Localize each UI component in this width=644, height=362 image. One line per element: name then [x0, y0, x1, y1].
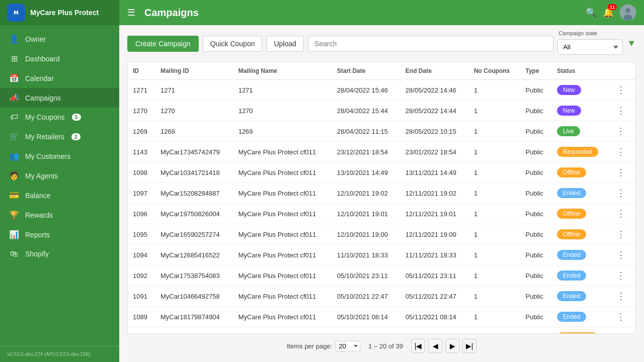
sidebar-item-campaigns[interactable]: 📣Campaigns — [0, 88, 119, 108]
cell-mailing-name: MyCare Plus Protect cf011 — [233, 142, 332, 162]
last-page-button[interactable]: ▶| — [462, 339, 476, 353]
prev-page-button[interactable]: ◀ — [428, 339, 442, 353]
col-header-end-date: End Date — [400, 62, 469, 80]
cell-no-coupons: 1 — [469, 121, 521, 142]
cell-actions[interactable]: ⋮ — [609, 101, 635, 121]
cell-actions[interactable]: ⋮ — [609, 224, 635, 245]
cell-actions[interactable]: ⋮ — [609, 245, 635, 265]
more-options-button[interactable]: ⋮ — [614, 229, 627, 240]
more-options-button[interactable]: ⋮ — [614, 249, 627, 260]
table-row: 1096MyCar19750826004MyCare Plus Protect … — [128, 204, 635, 224]
cell-type: Public — [521, 327, 552, 334]
sidebar-item-my-agents[interactable]: 🧑My Agents — [0, 166, 119, 186]
search-icon[interactable]: 🔍 — [586, 7, 597, 18]
cell-mailing-name: MyCare Plus Protect cf011 — [233, 204, 332, 224]
cell-type: Public — [521, 224, 552, 245]
sidebar-badge-my-coupons: 5 — [72, 114, 81, 121]
cell-status: Requested — [552, 327, 610, 334]
cell-actions[interactable]: ⋮ — [609, 307, 635, 327]
cell-mailing-name: MyCare Plus Protect cf011 — [233, 265, 332, 286]
per-page-select[interactable]: 102050100 — [335, 341, 360, 351]
cell-no-coupons: 1 — [469, 327, 521, 334]
cell-type: Public — [521, 80, 552, 101]
more-options-button[interactable]: ⋮ — [614, 146, 627, 157]
sidebar-item-rewards[interactable]: 🏆Rewards — [0, 205, 119, 225]
cell-actions[interactable]: ⋮ — [609, 142, 635, 162]
sidebar-item-shopify[interactable]: 🛍Shopify — [0, 244, 119, 263]
cell-mailing-id: MyCar15208284887 — [155, 183, 233, 204]
cell-actions[interactable]: ⋮ — [609, 265, 635, 286]
sidebar-item-reports[interactable]: 📊Reports — [0, 225, 119, 244]
cell-end-date: 05/11/2021 22:47 — [400, 286, 469, 307]
cell-id: 1088 — [128, 327, 155, 334]
sidebar-item-calendar[interactable]: 📅Calendar — [0, 68, 119, 88]
more-options-button[interactable]: ⋮ — [614, 291, 627, 302]
notification-badge: 11 — [608, 4, 617, 10]
cell-mailing-name: MyCare Plus Protect cf011 — [233, 162, 332, 183]
more-options-button[interactable]: ⋮ — [614, 126, 627, 137]
notifications-wrapper[interactable]: 🔔 11 — [603, 7, 614, 18]
sidebar-item-my-customers[interactable]: 👥My Customers — [0, 146, 119, 166]
cell-id: 1096 — [128, 204, 155, 224]
sidebar-label-my-customers: My Customers — [25, 152, 70, 160]
sidebar-item-my-retailers[interactable]: 🛒My Retailers2 — [0, 127, 119, 146]
cell-mailing-name: 1270 — [233, 101, 332, 121]
content-area: Create Campaign Quick Coupon Upload Camp… — [119, 25, 644, 362]
col-header-actions — [609, 62, 635, 80]
next-page-button[interactable]: ▶ — [445, 339, 459, 353]
cell-status: Offline — [552, 162, 610, 183]
more-options-button[interactable]: ⋮ — [614, 188, 627, 199]
user-avatar[interactable] — [620, 5, 636, 21]
status-badge: Live — [557, 126, 580, 136]
status-badge: New — [557, 106, 581, 116]
upload-button[interactable]: Upload — [266, 36, 303, 52]
status-badge: Ended — [557, 250, 587, 260]
campaign-state-select[interactable]: AllNewLiveEndedOfflineRequested — [557, 39, 623, 55]
menu-icon[interactable]: ☰ — [127, 7, 135, 18]
cell-start-date: 23/12/2021 18:54 — [332, 142, 400, 162]
sidebar-item-balance[interactable]: 💳Balance — [0, 186, 119, 205]
cell-status: Ended — [552, 307, 610, 327]
campaigns-table: IDMailing IDMailing NameStart DateEnd Da… — [128, 62, 635, 334]
cell-end-date: 28/05/2022 14:44 — [400, 101, 469, 121]
more-options-button[interactable]: ⋮ — [614, 105, 627, 116]
table-row: 1097MyCar15208284887MyCare Plus Protect … — [128, 183, 635, 204]
status-badge: Requested — [557, 147, 598, 157]
cell-no-coupons: 1 — [469, 224, 521, 245]
cell-status: Offline — [552, 224, 610, 245]
cell-mailing-id: MyCar17118063137 — [155, 327, 233, 334]
cell-id: 1098 — [128, 162, 155, 183]
sidebar-nav: 👤Owner⊞Dashboard📅Calendar📣Campaigns🏷My C… — [0, 25, 119, 346]
cell-actions[interactable]: ⋮ — [609, 80, 635, 101]
cell-end-date: 05/11/2021 23:11 — [400, 265, 469, 286]
sidebar-item-dashboard[interactable]: ⊞Dashboard — [0, 49, 119, 68]
create-campaign-button[interactable]: Create Campaign — [127, 36, 199, 52]
more-options-button[interactable]: ⋮ — [614, 311, 627, 322]
sidebar-item-my-coupons[interactable]: 🏷My Coupons5 — [0, 108, 119, 127]
cell-type: Public — [521, 121, 552, 142]
app-logo — [7, 4, 25, 22]
filter-icon[interactable]: ▼ — [627, 38, 636, 49]
cell-actions[interactable]: ⋮ — [609, 327, 635, 334]
more-options-button[interactable]: ⋮ — [614, 167, 627, 178]
cell-mailing-id: MyCar19750826004 — [155, 204, 233, 224]
table-row: 12701270127028/04/2022 15:4428/05/2022 1… — [128, 101, 635, 121]
sidebar-item-owner[interactable]: 👤Owner — [0, 29, 119, 49]
cell-no-coupons: 1 — [469, 80, 521, 101]
first-page-button[interactable]: |◀ — [411, 339, 425, 353]
cell-actions[interactable]: ⋮ — [609, 204, 635, 224]
cell-actions[interactable]: ⋮ — [609, 162, 635, 183]
cell-actions[interactable]: ⋮ — [609, 183, 635, 204]
table-body: 12711271127128/04/2022 15:4628/05/2022 1… — [128, 80, 635, 334]
cell-actions[interactable]: ⋮ — [609, 286, 635, 307]
more-options-button[interactable]: ⋮ — [614, 84, 627, 96]
search-input[interactable] — [308, 36, 553, 52]
pagination-range: 1 – 20 of 39 — [368, 342, 403, 350]
more-options-button[interactable]: ⋮ — [614, 270, 627, 281]
table-row: 1098MyCar10341721418MyCare Plus Protect … — [128, 162, 635, 183]
cell-start-date: 05/10/2021 08:14 — [332, 307, 400, 327]
cell-actions[interactable]: ⋮ — [609, 121, 635, 142]
rewards-icon: 🏆 — [9, 210, 19, 220]
more-options-button[interactable]: ⋮ — [614, 208, 627, 219]
quick-coupon-button[interactable]: Quick Coupon — [203, 36, 263, 52]
